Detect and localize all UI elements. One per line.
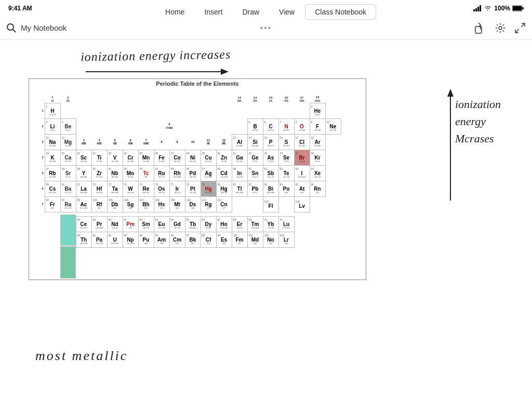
svg-line-12 <box>521 23 525 27</box>
ptable: 1IA 2IIA 13IIIA 14IVA 15VA 16VIA 17VIIA … <box>29 87 341 248</box>
svg-marker-15 <box>221 69 229 75</box>
time-display: 9:41 AM <box>8 5 32 12</box>
arrow-right-svg <box>86 65 231 78</box>
nav-tabs: Home Insert Draw View Class Notebook <box>156 4 376 20</box>
notebook-title: My Notebook <box>21 23 66 32</box>
svg-rect-0 <box>473 9 475 11</box>
tab-draw[interactable]: Draw <box>233 4 269 20</box>
toolbar-center: ••• <box>260 23 272 33</box>
bottom-annotation: most metallic <box>35 348 128 364</box>
right-annotation-line1: ionization <box>455 96 501 113</box>
battery-icon <box>512 5 524 11</box>
svg-line-13 <box>515 29 519 33</box>
content-area: ionization energy increases ionization e… <box>0 39 532 399</box>
signal-icon <box>473 5 482 11</box>
arrow-up-svg <box>444 86 457 206</box>
top-annotation: ionization energy increases <box>81 47 231 64</box>
right-annotation-line2: energy <box>455 113 501 130</box>
status-right: 100% <box>473 5 524 12</box>
tab-view[interactable]: View <box>270 4 304 20</box>
pt-title: Periodic Table of the Elements <box>29 79 366 87</box>
tab-home[interactable]: Home <box>156 4 194 20</box>
svg-line-8 <box>13 30 16 32</box>
status-time: 9:41 AM <box>8 5 32 12</box>
wifi-icon <box>484 5 492 11</box>
fullscreen-icon[interactable] <box>514 22 526 34</box>
tab-classnotebook[interactable]: Class Notebook <box>305 4 376 20</box>
right-annotation-line3: Mcrases <box>455 130 501 147</box>
toolbar: My Notebook ••• Home Insert Draw View Cl… <box>0 17 532 39</box>
toolbar-right <box>475 22 526 34</box>
toolbar-left: My Notebook <box>6 23 66 33</box>
settings-icon[interactable] <box>495 22 506 34</box>
svg-point-11 <box>499 26 502 30</box>
svg-point-7 <box>7 24 14 30</box>
search-icon[interactable] <box>6 23 17 33</box>
svg-rect-1 <box>475 8 477 11</box>
svg-rect-2 <box>477 7 479 11</box>
battery-display: 100% <box>494 5 510 12</box>
tab-insert[interactable]: Insert <box>195 4 232 20</box>
svg-marker-17 <box>447 89 454 97</box>
svg-rect-6 <box>522 7 524 9</box>
svg-rect-3 <box>480 5 481 11</box>
right-annotation: ionization energy Mcrases <box>455 96 501 147</box>
periodic-table: Periodic Table of the Elements .ptable {… <box>29 78 366 280</box>
pt-grid-container: .ptable { border-collapse: collapse; fon… <box>29 87 366 280</box>
svg-rect-5 <box>513 6 522 10</box>
share-icon[interactable] <box>475 22 486 34</box>
three-dots: ••• <box>260 23 272 33</box>
